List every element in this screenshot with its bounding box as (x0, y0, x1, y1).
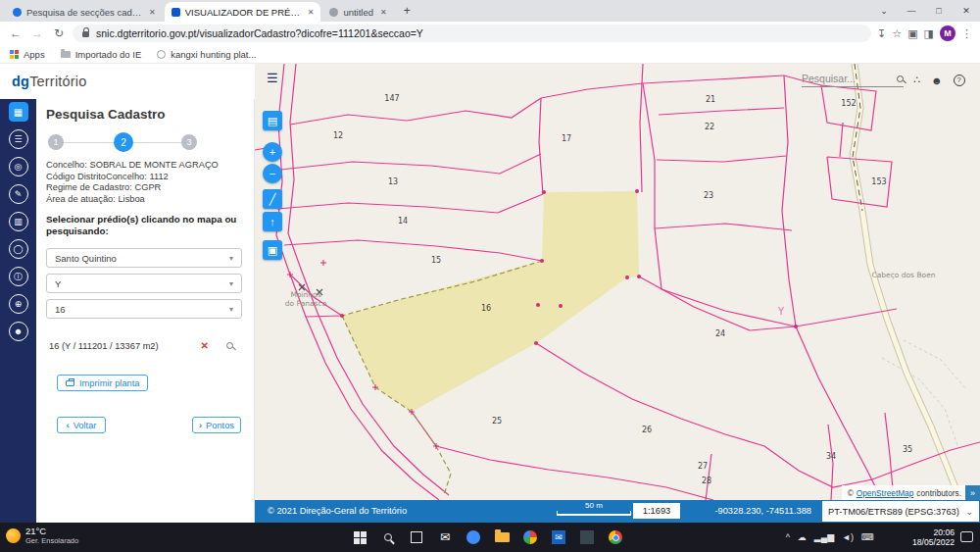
apps-shortcut[interactable]: Apps (10, 49, 45, 60)
new-tab-button[interactable]: + (404, 4, 411, 18)
url-bar[interactable]: snic.dgterritorio.gov.pt/visualizadorCad… (73, 25, 871, 42)
task-view-icon (411, 531, 422, 543)
parcel-boundary (276, 64, 439, 500)
map-search-box[interactable]: Pesquisar... (802, 73, 904, 87)
osm-attribution: © OpenStreetMap contributors. » (842, 485, 980, 500)
chevron-left-icon: ‹ (67, 421, 70, 430)
remove-result-icon[interactable]: ✕ (201, 340, 209, 351)
outlook-app-button[interactable]: ✉ (550, 528, 567, 546)
place-label: Moinhos (290, 290, 320, 299)
user-icon[interactable]: ☻ (931, 75, 943, 86)
freguesia-select[interactable]: Santo Quintino ▾ (46, 248, 242, 268)
crs-selector[interactable]: PT-TM06/ETRS89 (EPSG:3763) ⌄ (822, 501, 979, 522)
print-plan-button[interactable]: Imprimir planta (57, 375, 148, 391)
nav-layers-icon[interactable]: ▥ (9, 212, 28, 231)
app-button[interactable] (578, 528, 596, 546)
locate-button[interactable]: ↑ (263, 212, 282, 231)
instruction-text: Selecionar prédio(s) clicando no mapa ou… (46, 214, 247, 237)
road (853, 64, 960, 500)
tab-close-icon[interactable]: ✕ (308, 8, 315, 17)
bookmark-folder-importado[interactable]: Importado do IE (61, 49, 142, 60)
edge-app-button[interactable] (465, 528, 482, 546)
install-icon[interactable]: ↧ (877, 27, 886, 40)
notification-center-icon[interactable] (960, 531, 973, 542)
extension-icon[interactable]: ▣ (907, 27, 917, 40)
taskbar-clock[interactable]: 20:06 18/05/2022 (912, 527, 955, 547)
nav-apps-icon[interactable]: ▦ (9, 102, 28, 122)
network-icon[interactable]: ▂▄▆ (814, 532, 834, 542)
zoom-in-button[interactable]: + (263, 142, 282, 162)
parcel-label: 28 (702, 477, 711, 485)
osm-link[interactable]: OpenStreetMap (857, 488, 914, 498)
parcel-label: 34 (826, 452, 836, 461)
chevron-down-icon: ▾ (229, 254, 233, 263)
task-view-button[interactable] (408, 528, 425, 546)
nav-location-icon[interactable]: ◎ (9, 157, 28, 176)
nav-globe-icon[interactable]: ⊕ (9, 294, 28, 314)
basemap-button[interactable]: ▤ (263, 111, 282, 130)
freguesia-value: Santo Quintino (55, 253, 117, 264)
tab-close-icon[interactable]: ✕ (149, 8, 156, 17)
bookmark-label: kangxi hunting plat... (171, 49, 256, 60)
measure-button[interactable]: ╱ (263, 189, 282, 209)
weather-widget[interactable]: 21°C Ger. Ensolarado (6, 526, 78, 545)
cursor-coordinates: -90328.230, -74511.388 (714, 506, 811, 516)
tab-visualizador[interactable]: VISUALIZADOR DE PRÉDIOS DO ✕ (165, 2, 321, 22)
chrome-app-button[interactable] (607, 528, 624, 546)
search-icon[interactable] (897, 75, 904, 82)
map-menu-icon[interactable]: ☰ (267, 71, 278, 85)
tab-title: VISUALIZADOR DE PRÉDIOS DO (185, 7, 301, 18)
start-button[interactable] (351, 528, 368, 546)
window-minimize-button[interactable]: — (898, 0, 925, 22)
tab-pesquisa-seccoes[interactable]: Pesquisa de secções cadastrais | ✕ (6, 2, 163, 22)
profile-avatar[interactable]: M (940, 25, 956, 41)
back-icon[interactable]: ← (8, 26, 24, 40)
share-icon[interactable]: ∴ (913, 74, 920, 86)
back-button[interactable]: ‹ Voltar (57, 417, 106, 433)
search-icon[interactable] (226, 342, 233, 349)
attribution-toggle-button[interactable]: » (965, 485, 980, 500)
nav-user-icon[interactable]: ☻ (9, 322, 28, 341)
bookmark-star-icon[interactable]: ☆ (892, 27, 902, 40)
scale-ratio-box[interactable]: 1:1693 (633, 503, 680, 519)
map-print-button[interactable]: ▣ (263, 240, 282, 260)
apps-label: Apps (24, 49, 45, 60)
forward-icon[interactable]: → (29, 26, 45, 40)
hidden-icons-chevron[interactable]: ^ (786, 532, 790, 542)
parcel-boundary (639, 276, 796, 330)
window-maximize-button[interactable]: □ (925, 0, 953, 22)
points-button[interactable]: › Pontos (192, 417, 241, 433)
tab-untitled[interactable]: untitled ✕ (322, 2, 393, 22)
nav-edit-icon[interactable]: ✎ (9, 184, 28, 204)
step-1[interactable]: 1 (48, 134, 64, 150)
predio-select[interactable]: 16 ▾ (46, 299, 242, 319)
cadastral-map[interactable]: 1471213141516172122232425262728343515215… (255, 64, 980, 500)
onedrive-icon[interactable]: ☁ (798, 532, 807, 542)
zoom-out-button[interactable]: − (263, 164, 282, 183)
file-explorer-button[interactable] (493, 528, 511, 546)
tab-list-chevron-icon[interactable]: ⌄ (870, 0, 898, 22)
help-icon[interactable]: ? (954, 75, 965, 86)
bookmark-kangxi[interactable]: kangxi hunting plat... (157, 49, 256, 60)
window-close-button[interactable]: ✕ (953, 0, 980, 22)
reload-icon[interactable]: ↻ (51, 26, 67, 40)
dgterritorio-logo: dgTerritório (0, 64, 255, 99)
apps-grid-icon (10, 50, 19, 59)
step-2-active[interactable]: 2 (114, 132, 133, 152)
step-3[interactable]: 3 (181, 134, 197, 150)
seccao-select[interactable]: Y ▾ (46, 274, 242, 293)
nav-list-icon[interactable]: ☰ (9, 129, 28, 149)
volume-icon[interactable]: ◄) (842, 532, 854, 542)
keyboard-icon[interactable]: ⌨ (861, 532, 874, 542)
tab-close-icon[interactable]: ✕ (380, 8, 387, 17)
browser-menu-icon[interactable]: ⋮ (961, 27, 972, 40)
photos-app-button[interactable] (521, 528, 539, 546)
app-icon (580, 530, 594, 544)
parcel-label: 17 (562, 134, 571, 143)
taskbar-search-button[interactable] (379, 528, 397, 546)
map-viewport[interactable]: 1471213141516172122232425262728343515215… (255, 64, 980, 523)
mail-app-button[interactable]: ✉ (436, 528, 454, 546)
nav-info-icon[interactable]: ⓘ (9, 267, 28, 286)
side-panel-icon[interactable]: ◨ (924, 27, 934, 40)
nav-circle-icon[interactable]: ◯ (9, 239, 28, 259)
